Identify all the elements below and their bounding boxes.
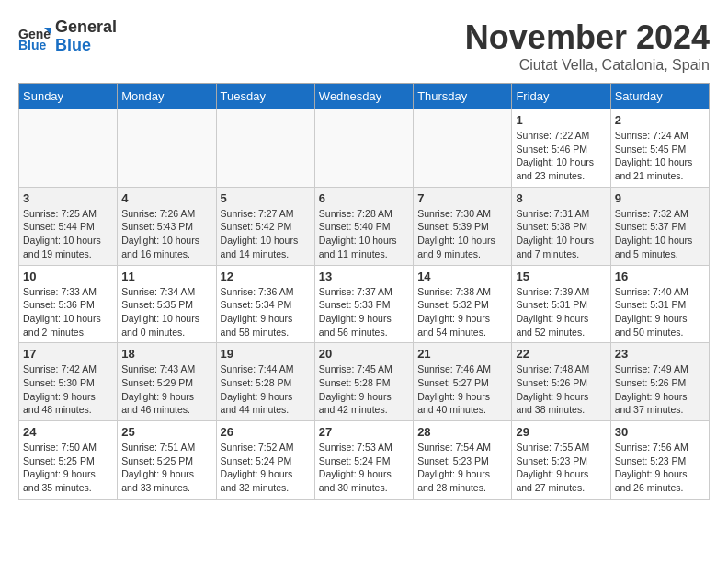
day-info: Sunrise: 7:51 AMSunset: 5:25 PMDaylight:… (121, 441, 211, 495)
day-info: Sunrise: 7:52 AMSunset: 5:24 PMDaylight:… (221, 441, 311, 495)
day-number: 24 (23, 425, 113, 439)
day-info: Sunrise: 7:55 AMSunset: 5:23 PMDaylight:… (516, 441, 606, 495)
calendar-cell: 21Sunrise: 7:46 AMSunset: 5:27 PMDayligh… (414, 343, 512, 421)
day-info: Sunrise: 7:45 AMSunset: 5:28 PMDaylight:… (319, 362, 409, 417)
calendar-cell (19, 109, 118, 188)
calendar-cell: 14Sunrise: 7:38 AMSunset: 5:32 PMDayligh… (414, 265, 512, 343)
day-number: 4 (121, 191, 211, 205)
day-info: Sunrise: 7:50 AMSunset: 5:25 PMDaylight:… (23, 441, 113, 495)
weekday-header: Thursday (414, 84, 512, 109)
day-number: 25 (121, 425, 211, 439)
calendar-week-row: 24Sunrise: 7:50 AMSunset: 5:25 PMDayligh… (19, 421, 710, 500)
day-number: 7 (417, 191, 507, 205)
day-number: 26 (221, 425, 311, 439)
day-info: Sunrise: 7:34 AMSunset: 5:35 PMDaylight:… (121, 285, 211, 339)
weekday-header: Sunday (19, 84, 118, 109)
logo-line2: Blue (55, 37, 117, 55)
day-info: Sunrise: 7:22 AMSunset: 5:46 PMDaylight:… (516, 129, 606, 183)
day-info: Sunrise: 7:40 AMSunset: 5:31 PMDaylight:… (615, 285, 705, 339)
calendar-cell (118, 109, 216, 188)
month-title: November 2024 (465, 18, 710, 57)
calendar-week-row: 3Sunrise: 7:25 AMSunset: 5:44 PMDaylight… (19, 187, 710, 265)
calendar-cell: 28Sunrise: 7:54 AMSunset: 5:23 PMDayligh… (414, 421, 512, 500)
logo-line1: General (55, 18, 117, 37)
day-number: 15 (516, 270, 606, 283)
day-number: 30 (615, 425, 705, 439)
day-number: 11 (121, 270, 211, 283)
day-number: 17 (23, 347, 113, 361)
day-number: 13 (319, 270, 409, 283)
day-number: 27 (319, 425, 409, 439)
day-info: Sunrise: 7:42 AMSunset: 5:30 PMDaylight:… (23, 362, 113, 417)
calendar-cell: 20Sunrise: 7:45 AMSunset: 5:28 PMDayligh… (314, 343, 413, 421)
calendar-cell (414, 109, 512, 188)
day-number: 1 (516, 113, 606, 127)
day-number: 19 (221, 347, 311, 361)
calendar-cell: 9Sunrise: 7:32 AMSunset: 5:37 PMDaylight… (610, 187, 709, 265)
calendar-cell: 30Sunrise: 7:56 AMSunset: 5:23 PMDayligh… (610, 421, 709, 500)
day-number: 22 (516, 347, 606, 361)
day-number: 3 (23, 191, 113, 205)
calendar-cell: 26Sunrise: 7:52 AMSunset: 5:24 PMDayligh… (216, 421, 314, 500)
calendar-cell: 13Sunrise: 7:37 AMSunset: 5:33 PMDayligh… (314, 265, 413, 343)
day-info: Sunrise: 7:31 AMSunset: 5:38 PMDaylight:… (516, 207, 606, 261)
header: General Blue General Blue November 2024 … (18, 18, 710, 74)
day-number: 12 (221, 270, 311, 283)
weekday-header: Monday (118, 84, 216, 109)
day-info: Sunrise: 7:32 AMSunset: 5:37 PMDaylight:… (615, 207, 705, 261)
calendar-cell: 1Sunrise: 7:22 AMSunset: 5:46 PMDaylight… (512, 109, 610, 188)
day-number: 14 (417, 270, 507, 283)
day-number: 6 (319, 191, 409, 205)
day-info: Sunrise: 7:39 AMSunset: 5:31 PMDaylight:… (516, 285, 606, 339)
day-number: 5 (221, 191, 311, 205)
calendar-cell: 16Sunrise: 7:40 AMSunset: 5:31 PMDayligh… (610, 265, 709, 343)
day-number: 18 (121, 347, 211, 361)
calendar-week-row: 1Sunrise: 7:22 AMSunset: 5:46 PMDaylight… (19, 109, 710, 188)
day-info: Sunrise: 7:24 AMSunset: 5:45 PMDaylight:… (615, 129, 705, 183)
title-area: November 2024 Ciutat Vella, Catalonia, S… (465, 18, 710, 74)
calendar-cell: 3Sunrise: 7:25 AMSunset: 5:44 PMDaylight… (19, 187, 118, 265)
day-number: 9 (615, 191, 705, 205)
day-info: Sunrise: 7:48 AMSunset: 5:26 PMDaylight:… (516, 362, 606, 417)
weekday-header: Wednesday (314, 84, 413, 109)
calendar: SundayMondayTuesdayWednesdayThursdayFrid… (18, 83, 710, 500)
day-info: Sunrise: 7:37 AMSunset: 5:33 PMDaylight:… (319, 285, 409, 339)
calendar-week-row: 17Sunrise: 7:42 AMSunset: 5:30 PMDayligh… (19, 343, 710, 421)
calendar-cell: 27Sunrise: 7:53 AMSunset: 5:24 PMDayligh… (314, 421, 413, 500)
calendar-cell (216, 109, 314, 188)
calendar-cell (314, 109, 413, 188)
calendar-week-row: 10Sunrise: 7:33 AMSunset: 5:36 PMDayligh… (19, 265, 710, 343)
day-info: Sunrise: 7:30 AMSunset: 5:39 PMDaylight:… (417, 207, 507, 261)
day-info: Sunrise: 7:33 AMSunset: 5:36 PMDaylight:… (23, 285, 113, 339)
day-info: Sunrise: 7:26 AMSunset: 5:43 PMDaylight:… (121, 207, 211, 261)
day-info: Sunrise: 7:49 AMSunset: 5:26 PMDaylight:… (615, 362, 705, 417)
day-info: Sunrise: 7:56 AMSunset: 5:23 PMDaylight:… (615, 441, 705, 495)
calendar-cell: 8Sunrise: 7:31 AMSunset: 5:38 PMDaylight… (512, 187, 610, 265)
day-info: Sunrise: 7:25 AMSunset: 5:44 PMDaylight:… (23, 207, 113, 261)
calendar-cell: 15Sunrise: 7:39 AMSunset: 5:31 PMDayligh… (512, 265, 610, 343)
calendar-cell: 17Sunrise: 7:42 AMSunset: 5:30 PMDayligh… (19, 343, 118, 421)
svg-text:Blue: Blue (18, 38, 47, 52)
calendar-cell: 10Sunrise: 7:33 AMSunset: 5:36 PMDayligh… (19, 265, 118, 343)
calendar-cell: 23Sunrise: 7:49 AMSunset: 5:26 PMDayligh… (610, 343, 709, 421)
logo: General Blue General Blue (18, 18, 117, 55)
calendar-cell: 24Sunrise: 7:50 AMSunset: 5:25 PMDayligh… (19, 421, 118, 500)
day-number: 8 (516, 191, 606, 205)
day-number: 28 (417, 425, 507, 439)
calendar-cell: 19Sunrise: 7:44 AMSunset: 5:28 PMDayligh… (216, 343, 314, 421)
calendar-cell: 11Sunrise: 7:34 AMSunset: 5:35 PMDayligh… (118, 265, 216, 343)
day-info: Sunrise: 7:44 AMSunset: 5:28 PMDaylight:… (221, 362, 311, 417)
calendar-cell: 12Sunrise: 7:36 AMSunset: 5:34 PMDayligh… (216, 265, 314, 343)
day-info: Sunrise: 7:36 AMSunset: 5:34 PMDaylight:… (221, 285, 311, 339)
calendar-cell: 29Sunrise: 7:55 AMSunset: 5:23 PMDayligh… (512, 421, 610, 500)
day-number: 21 (417, 347, 507, 361)
day-info: Sunrise: 7:27 AMSunset: 5:42 PMDaylight:… (221, 207, 311, 261)
calendar-cell: 4Sunrise: 7:26 AMSunset: 5:43 PMDaylight… (118, 187, 216, 265)
day-number: 10 (23, 270, 113, 283)
weekday-header: Tuesday (216, 84, 314, 109)
calendar-cell: 25Sunrise: 7:51 AMSunset: 5:25 PMDayligh… (118, 421, 216, 500)
day-info: Sunrise: 7:53 AMSunset: 5:24 PMDaylight:… (319, 441, 409, 495)
weekday-header-row: SundayMondayTuesdayWednesdayThursdayFrid… (19, 84, 710, 109)
weekday-header: Saturday (610, 84, 709, 109)
day-number: 23 (615, 347, 705, 361)
